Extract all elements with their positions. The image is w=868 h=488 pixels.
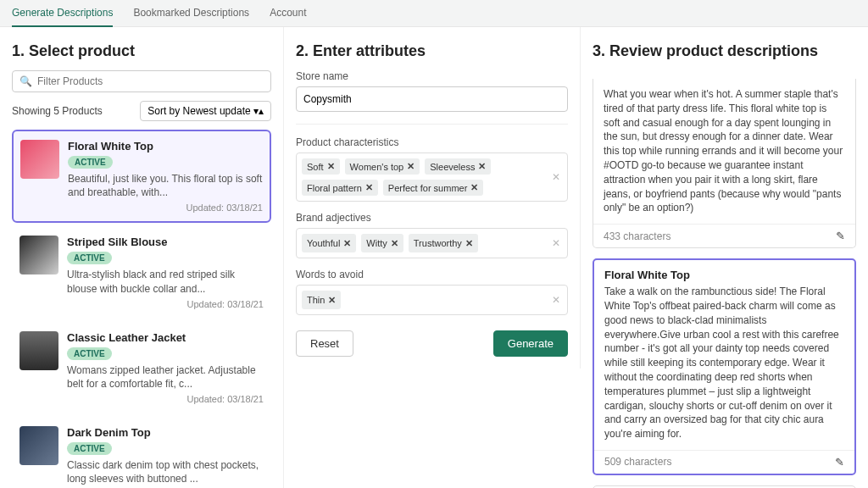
tag[interactable]: Floral pattern✕ [302, 180, 378, 196]
product-characteristics-label: Product characteristics [296, 136, 568, 148]
product-title: Striped Silk Blouse [67, 236, 264, 248]
product-title: Dark Denim Top [67, 426, 264, 439]
status-badge: ACTIVE [67, 347, 112, 360]
edit-icon[interactable]: ✎ [836, 230, 845, 242]
tag-label: Trustworthy [414, 238, 462, 248]
sort-button[interactable]: Sort by Newest update ▾▴ [140, 101, 271, 121]
brand-adjectives-label: Brand adjectives [296, 212, 568, 224]
store-name-label: Store name [296, 70, 568, 82]
section-title-1: 1. Select product [12, 42, 271, 60]
search-icon: 🔍 [19, 75, 32, 87]
tag[interactable]: Women's top✕ [345, 158, 420, 175]
status-badge: ACTIVE [67, 442, 112, 455]
nav-tab-bookmarked-descriptions[interactable]: Bookmarked Descriptions [133, 0, 249, 27]
attributes-column: 2. Enter attributes Store name Product c… [284, 27, 580, 330]
filter-products-field[interactable]: 🔍 [12, 70, 271, 92]
product-card[interactable]: Classic Leather Jacket ACTIVE Womans zip… [12, 322, 271, 413]
section-title-2: 2. Enter attributes [296, 42, 568, 60]
remove-tag-icon[interactable]: ✕ [327, 161, 335, 172]
clear-wa-icon[interactable]: ✕ [552, 294, 560, 306]
product-title: Classic Leather Jacket [67, 331, 264, 344]
filter-input[interactable] [37, 75, 264, 87]
tag-label: Perfect for summer [388, 183, 468, 193]
status-badge: ACTIVE [67, 252, 112, 264]
product-updated: Updated: 03/18/21 [67, 394, 264, 404]
nav-tab-generate-descriptions[interactable]: Generate Descriptions [12, 0, 113, 27]
generate-button[interactable]: Generate [493, 330, 568, 357]
tag[interactable]: Soft✕ [302, 158, 340, 175]
tag[interactable]: Thin✕ [302, 291, 341, 309]
remove-tag-icon[interactable]: ✕ [407, 161, 415, 172]
words-to-avoid-field[interactable]: Thin✕✕ [296, 285, 568, 315]
sort-caret-icon: ▾▴ [253, 105, 264, 117]
description-title: Floral White Top [604, 269, 844, 281]
product-card[interactable]: Floral White Top ACTIVE Beautiful, just … [12, 130, 271, 223]
tag-label: Thin [307, 295, 325, 305]
tag[interactable]: Youthful✕ [302, 234, 356, 252]
tag[interactable]: Witty✕ [361, 234, 403, 252]
showing-count: Showing 5 Products [12, 105, 103, 117]
description-text: Take a walk on the rambunctious side! Th… [604, 285, 844, 441]
char-count: 509 characters [604, 456, 671, 468]
remove-tag-icon[interactable]: ✕ [470, 182, 478, 193]
tag-label: Witty [366, 238, 387, 248]
product-short-desc: Classic dark denim top with chest pocket… [67, 458, 264, 485]
product-thumbnail [19, 426, 58, 465]
top-nav: Generate DescriptionsBookmarked Descript… [0, 0, 868, 27]
char-count: 433 characters [604, 230, 670, 242]
product-card[interactable]: Dark Denim Top ACTIVE Classic dark denim… [12, 417, 271, 488]
product-title: Floral White Top [68, 140, 263, 152]
remove-tag-icon[interactable]: ✕ [343, 238, 351, 249]
product-updated: Updated: 03/18/21 [68, 202, 263, 213]
tag-label: Sleeveless [430, 162, 475, 172]
product-thumbnail [20, 140, 59, 179]
store-name-input[interactable] [296, 86, 568, 112]
remove-tag-icon[interactable]: ✕ [465, 238, 473, 249]
remove-tag-icon[interactable]: ✕ [478, 161, 486, 172]
description-card[interactable]: What you wear when it's hot. A summer st… [593, 79, 856, 248]
product-short-desc: Beautiful, just like you. This floral to… [68, 172, 263, 199]
tag-label: Youthful [307, 238, 340, 248]
edit-icon[interactable]: ✎ [835, 456, 844, 469]
status-badge: ACTIVE [68, 156, 113, 169]
descriptions-column: 3. Review product descriptions What you … [581, 27, 868, 488]
tag[interactable]: Sleeveless✕ [425, 158, 491, 175]
section-title-3: 3. Review product descriptions [593, 42, 856, 60]
description-card[interactable]: Floral White TopTake a walk on the rambu… [593, 258, 856, 475]
nav-tab-account[interactable]: Account [270, 0, 306, 27]
clear-pc-icon[interactable]: ✕ [552, 171, 560, 183]
select-product-column: 1. Select product 🔍 Showing 5 Products S… [0, 27, 284, 488]
tag-label: Soft [307, 162, 324, 172]
tag-label: Women's top [350, 162, 404, 172]
reset-button[interactable]: Reset [296, 330, 353, 357]
product-card[interactable]: Striped Silk Blouse ACTIVE Ultra-stylish… [12, 226, 271, 318]
tag[interactable]: Trustworthy✕ [409, 234, 478, 252]
product-short-desc: Ultra-stylish black and red striped silk… [67, 268, 264, 295]
words-to-avoid-label: Words to avoid [296, 269, 568, 280]
tag[interactable]: Perfect for summer✕ [383, 180, 484, 196]
remove-tag-icon[interactable]: ✕ [391, 238, 398, 249]
product-short-desc: Womans zipped leather jacket. Adjustable… [67, 363, 264, 391]
clear-ba-icon[interactable]: ✕ [552, 237, 560, 249]
description-text: What you wear when it's hot. A summer st… [604, 87, 845, 215]
brand-adjectives-field[interactable]: Youthful✕Witty✕Trustworthy✕✕ [296, 228, 568, 258]
tag-label: Floral pattern [307, 183, 362, 193]
remove-tag-icon[interactable]: ✕ [328, 295, 336, 306]
product-updated: Updated: 03/18/21 [67, 299, 264, 309]
product-thumbnail [19, 236, 58, 274]
product-characteristics-field[interactable]: Soft✕Women's top✕Sleeveless✕Floral patte… [296, 152, 568, 202]
product-thumbnail [19, 331, 58, 370]
remove-tag-icon[interactable]: ✕ [365, 182, 373, 193]
